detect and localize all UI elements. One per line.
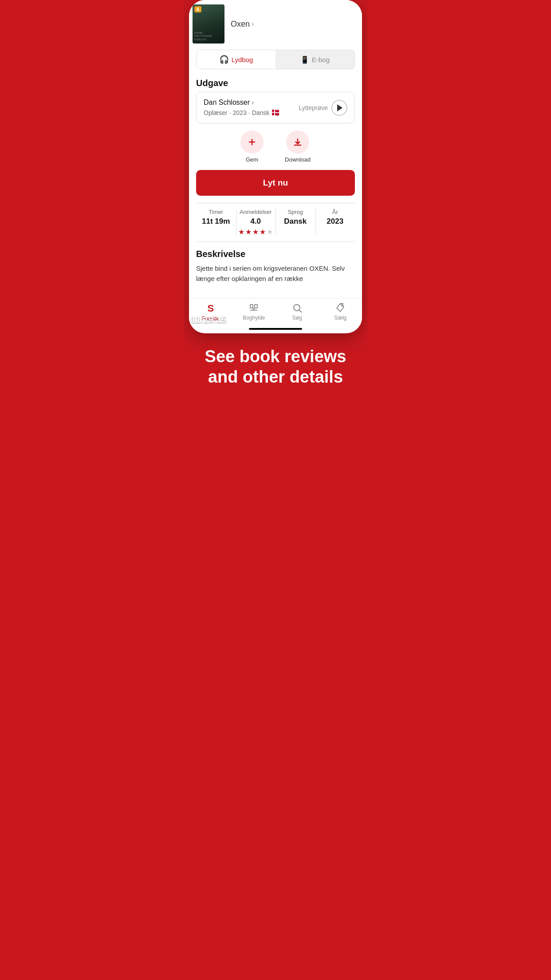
stat-year: År 2023 [315,209,355,236]
stat-timer-label: Timer [196,209,236,215]
play-icon [337,104,342,111]
phone-card: 6 KRIMIPOLITIKENS FORLAG Oxen › 🎧 Lydbog… [189,0,362,333]
stat-reviews: Anmeldelser 4.0 ★ ★ ★ ★ ★ [236,209,276,236]
star-5: ★ [267,228,273,236]
meta-lang: Dansk [252,109,270,116]
svg-line-8 [299,310,302,313]
stat-language-value: Dansk [276,217,315,226]
series-name: Oxen [231,20,250,29]
svg-point-9 [342,305,343,307]
book-badge: 6 [194,6,201,12]
description-title: Beskrivelse [196,249,355,259]
download-circle [286,130,309,154]
edition-meta: Oplæser · 2023 · Dansk 🇩🇰 [204,108,280,117]
nav-soeg[interactable]: Søg [276,302,319,324]
stat-reviews-value: 4.0 [236,217,276,226]
search-icon [292,303,303,313]
meta-dot1: · [229,109,231,116]
description-section: Beskrivelse Sjette bind i serien om krig… [189,242,362,298]
book-header: 6 KRIMIPOLITIKENS FORLAG Oxen › [189,0,362,46]
edition-card[interactable]: Dan Schlosser › Oplæser · 2023 · Dansk 🇩… [196,92,355,123]
tab-ebog[interactable]: 📱 E-bog [276,50,354,69]
stat-year-value: 2023 [315,217,355,226]
edition-name-row: Dan Schlosser › [204,99,280,107]
oplaeser-label: Oplæser [204,109,228,116]
tab-switcher: 🎧 Lydbog 📱 E-bog [196,50,355,69]
star-4: ★ [260,228,266,236]
svg-point-7 [294,304,300,311]
description-text: Sjette bind i serien om krigsveteranen O… [196,264,355,284]
nav-saelg[interactable]: Sælg [319,302,362,324]
tag-icon [335,303,346,313]
nav-soeg-label: Søg [292,315,302,321]
book-series[interactable]: Oxen › [231,20,254,29]
flag-icon: 🇩🇰 [271,108,280,117]
stat-language: Sprog Dansk [276,209,315,236]
listen-now-button[interactable]: Lyt nu [196,170,355,196]
svg-point-6 [253,308,255,310]
stars-row: ★ ★ ★ ★ ★ [236,228,276,236]
save-circle [240,130,264,154]
nav-boghylde-label: Boghylde [243,315,265,321]
star-3: ★ [252,228,259,236]
bookshelf-icon [248,303,259,313]
tab-ebog-label: E-bog [312,56,330,63]
stat-reviews-label: Anmeldelser [236,209,276,215]
book-cover: 6 KRIMIPOLITIKENS FORLAG [193,4,224,43]
play-button[interactable] [331,100,347,116]
home-indicator [249,328,302,330]
download-icon [292,137,303,147]
app-container: 6 KRIMIPOLITIKENS FORLAG Oxen › 🎧 Lydbog… [184,0,367,405]
edition-arrow: › [252,99,254,107]
phone-icon: 📱 [300,55,309,64]
save-label: Gem [246,156,258,163]
timestamp-overlay: 11:19:15 [191,315,226,325]
edition-preview: Lytteprøve [299,100,347,116]
series-arrow: › [252,20,254,28]
promo-text: See book reviews and other details [193,347,358,387]
promo-section: See book reviews and other details [184,333,367,405]
plus-icon [247,137,257,147]
stats-row: Timer 11t 19m Anmeldelser 4.0 ★ ★ ★ ★ ★ … [196,203,355,242]
svg-rect-3 [250,304,253,308]
stat-year-label: År [315,209,355,215]
stat-language-label: Sprog [276,209,315,215]
preview-label: Lytteprøve [299,104,328,111]
meta-dot2: · [248,109,250,116]
svg-rect-4 [255,304,257,308]
edition-section-title: Udgave [189,73,362,92]
forside-icon: S [207,303,214,314]
star-2: ★ [245,228,252,236]
action-buttons: Gem Download [189,123,362,166]
book-cover-label: KRIMIPOLITIKENS FORLAG [194,32,223,42]
headphones-icon: 🎧 [219,55,229,64]
download-button[interactable]: Download [285,130,311,163]
tab-lydbog[interactable]: 🎧 Lydbog [197,50,276,69]
description-text-wrapper: Sjette bind i serien om krigsveteranen O… [196,264,355,294]
nav-saelg-label: Sælg [334,315,346,321]
stat-timer-value: 11t 19m [196,217,236,226]
narrator-name: Dan Schlosser [204,99,250,107]
meta-year: 2023 [233,109,247,116]
download-label: Download [285,156,311,163]
save-button[interactable]: Gem [240,130,264,163]
nav-boghylde[interactable]: Boghylde [232,302,276,324]
tab-lydbog-label: Lydbog [232,56,253,63]
star-1: ★ [238,228,244,236]
edition-info: Dan Schlosser › Oplæser · 2023 · Dansk 🇩… [204,99,280,117]
stat-timer: Timer 11t 19m [196,209,236,236]
